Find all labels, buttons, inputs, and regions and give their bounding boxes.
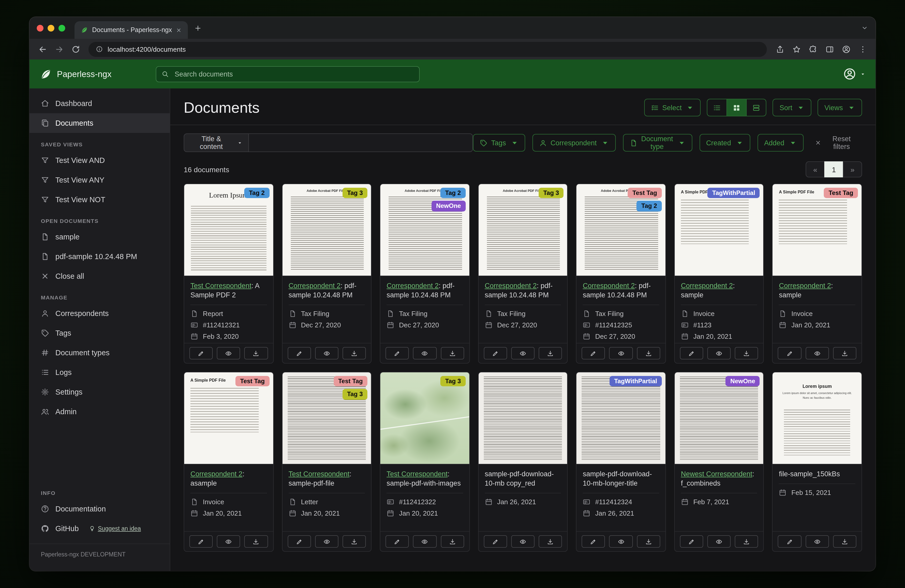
document-thumbnail[interactable]: A Simple PDF File Test Tag [184, 372, 273, 464]
document-card[interactable]: Adobe Acrobat PDF Files Tag 3 Correspond… [478, 184, 568, 364]
edit-button[interactable] [287, 347, 311, 360]
sidebar-item-open-doc-sample[interactable]: sample [30, 227, 170, 247]
download-button[interactable] [833, 347, 856, 360]
sidebar-item-settings[interactable]: Settings [30, 382, 170, 402]
tag-badge[interactable]: Test Tag [824, 188, 858, 198]
new-tab-button[interactable] [194, 24, 202, 32]
correspondent-link[interactable]: Correspondent 2 [484, 282, 537, 290]
document-thumbnail[interactable]: Lorem Ipsum Tag 2 [184, 184, 273, 276]
edit-button[interactable] [582, 347, 605, 360]
view-button[interactable] [609, 347, 633, 360]
document-card[interactable]: Lorem ipsum Lorem ipsum dolor sit amet, … [772, 372, 862, 552]
tab-search-chevron-icon[interactable] [861, 24, 868, 32]
address-bar[interactable]: localhost:4200/documents [89, 42, 767, 57]
site-info-icon[interactable] [96, 46, 103, 53]
profile-avatar-button[interactable] [838, 41, 854, 57]
filter-correspondent-button[interactable]: Correspondent [532, 134, 616, 152]
share-button[interactable] [772, 41, 788, 57]
document-thumbnail[interactable]: Adobe Acrobat PDF Files Tag 2NewOne [380, 184, 469, 276]
sidebar-item-open-doc-pdf-sample[interactable]: pdf-sample 10.24.48 PM [30, 247, 170, 266]
user-menu[interactable] [843, 67, 865, 81]
extensions-puzzle-button[interactable] [805, 41, 821, 57]
title-content-input[interactable] [249, 133, 473, 152]
edit-button[interactable] [386, 535, 409, 548]
document-card[interactable]: Test TagTag 3 Test Correspondent: sample… [282, 372, 372, 552]
view-button[interactable] [805, 347, 829, 360]
document-card[interactable]: Tag 3 Test Correspondent: sample-pdf-wit… [380, 372, 470, 552]
document-card[interactable]: A Simple PDF File Test Tag Correspondent… [772, 184, 862, 364]
back-button[interactable] [35, 41, 50, 57]
document-thumbnail[interactable]: Adobe Acrobat PDF Files Test TagTag 2 [577, 184, 665, 276]
view-button[interactable] [315, 347, 338, 360]
sidebar-item-github[interactable]: GitHubSuggest an idea [30, 519, 170, 538]
correspondent-link[interactable]: Test Correspondent [289, 470, 349, 478]
download-button[interactable] [539, 347, 562, 360]
browser-tab[interactable]: Documents - Paperless-ngx [75, 21, 188, 39]
download-button[interactable] [441, 347, 464, 360]
correspondent-link[interactable]: Correspondent 2 [583, 282, 635, 290]
document-card[interactable]: Adobe Acrobat PDF Files Test TagTag 2 Co… [576, 184, 666, 364]
select-button[interactable]: Select [644, 99, 701, 116]
sort-button[interactable]: Sort [773, 99, 811, 116]
document-card[interactable]: TagWithPartial sample-pdf-download-10-mb… [576, 372, 666, 552]
edit-button[interactable] [680, 347, 703, 360]
correspondent-link[interactable]: Correspondent 2 [681, 282, 733, 290]
document-thumbnail[interactable]: Lorem ipsum Lorem ipsum dolor sit amet, … [773, 372, 862, 464]
close-window-button[interactable] [37, 25, 43, 31]
app-brand[interactable]: Paperless-ngx [40, 68, 111, 80]
view-button[interactable] [217, 347, 240, 360]
correspondent-link[interactable]: Correspondent 2 [387, 282, 438, 290]
search-input[interactable] [174, 70, 414, 78]
view-button[interactable] [609, 535, 633, 548]
document-card[interactable]: sample-pdf-download-10-mb copy_red Jan 2… [478, 372, 568, 552]
document-thumbnail[interactable]: Tag 3 [380, 372, 469, 464]
global-search[interactable] [156, 66, 420, 82]
download-button[interactable] [245, 535, 268, 548]
tag-badge[interactable]: TagWithPartial [708, 188, 760, 198]
tag-badge[interactable]: Test Tag [333, 376, 367, 387]
correspondent-link[interactable]: Newest Correspondent [681, 470, 753, 478]
sidebar-item-close-all[interactable]: Close all [30, 266, 170, 286]
correspondent-link[interactable]: Correspondent 2 [289, 282, 340, 290]
edit-button[interactable] [484, 535, 507, 548]
download-button[interactable] [245, 347, 268, 360]
sidebar-item-test-view-and[interactable]: Test View AND [30, 151, 170, 170]
download-button[interactable] [637, 347, 660, 360]
view-button[interactable] [707, 347, 730, 360]
view-button[interactable] [413, 347, 437, 360]
sidebar-item-tags[interactable]: Tags [30, 323, 170, 343]
tag-badge[interactable]: Test Tag [628, 188, 662, 198]
title-content-dropdown[interactable]: Title & content [184, 133, 249, 152]
sidebar-item-dashboard[interactable]: Dashboard [30, 94, 170, 113]
edit-button[interactable] [386, 347, 409, 360]
filter-created-button[interactable]: Created [699, 134, 750, 152]
document-card[interactable]: Adobe Acrobat PDF Files Tag 3 Correspond… [282, 184, 372, 364]
minimize-window-button[interactable] [48, 25, 54, 31]
document-thumbnail[interactable]: A Simple PDF File TagWithPartial [675, 184, 764, 276]
view-button[interactable] [805, 535, 829, 548]
edit-button[interactable] [189, 535, 213, 548]
document-thumbnail[interactable] [478, 372, 567, 464]
sidebar-item-logs[interactable]: Logs [30, 363, 170, 382]
download-button[interactable] [539, 535, 562, 548]
correspondent-link[interactable]: Correspondent 2 [779, 282, 831, 290]
document-thumbnail[interactable]: Adobe Acrobat PDF Files Tag 3 [282, 184, 371, 276]
document-thumbnail[interactable]: Test TagTag 3 [282, 372, 371, 464]
document-thumbnail[interactable]: A Simple PDF File Test Tag [773, 184, 862, 276]
document-thumbnail[interactable]: TagWithPartial [577, 372, 665, 464]
edit-button[interactable] [189, 347, 213, 360]
sidebar-item-test-view-not[interactable]: Test View NOT [30, 190, 170, 209]
document-thumbnail[interactable]: Adobe Acrobat PDF Files Tag 3 [478, 184, 567, 276]
sidebar-item-correspondents[interactable]: Correspondents [30, 304, 170, 323]
reload-button[interactable] [68, 41, 83, 57]
forward-button[interactable] [51, 41, 67, 57]
view-button[interactable] [511, 347, 535, 360]
filter-document-type-button[interactable]: Document type [623, 134, 692, 152]
browser-menu-button[interactable] [855, 41, 870, 57]
sidebar-item-test-view-any[interactable]: Test View ANY [30, 170, 170, 190]
view-button[interactable] [217, 535, 240, 548]
maximize-window-button[interactable] [59, 25, 65, 31]
view-list-button[interactable] [707, 99, 727, 116]
sidebar-item-documentation[interactable]: Documentation [30, 499, 170, 519]
tag-badge[interactable]: Tag 2 [637, 201, 662, 211]
